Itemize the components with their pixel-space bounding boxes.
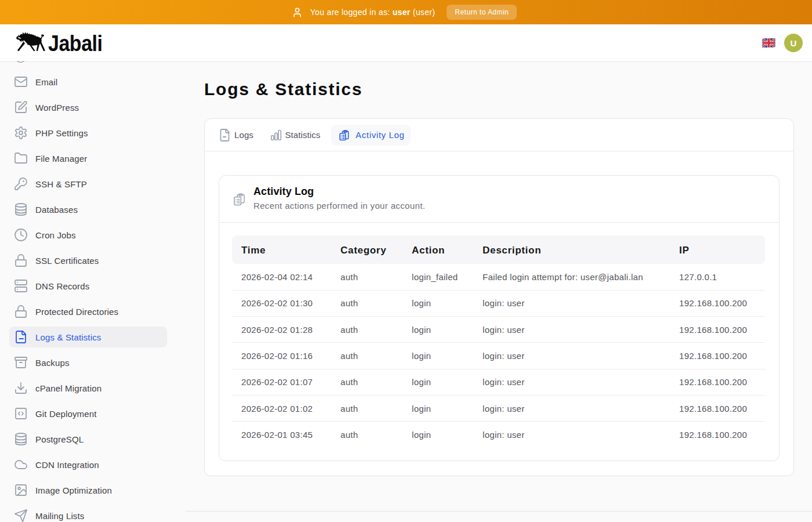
svg-text:Jabali: Jabali bbox=[48, 31, 103, 56]
